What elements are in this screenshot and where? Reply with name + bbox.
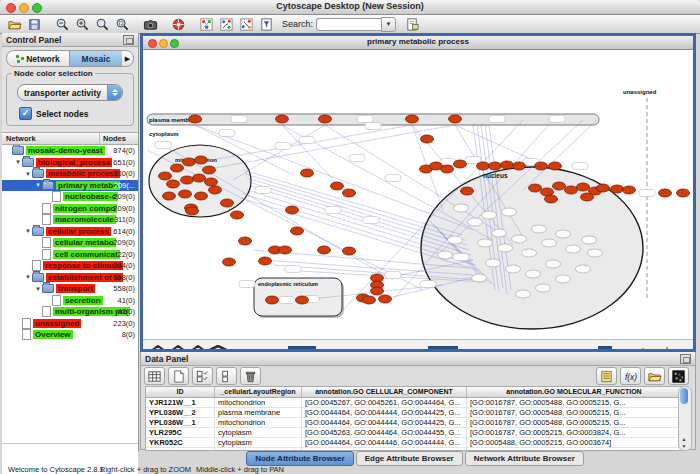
network-node[interactable]: [438, 251, 453, 259]
network-node[interactable]: [566, 245, 581, 253]
network-node[interactable]: [522, 249, 537, 257]
select-nodes-checkbox[interactable]: ✓: [19, 107, 32, 120]
zoom-out-icon[interactable]: [52, 16, 72, 32]
network-node[interactable]: [498, 244, 513, 252]
tree-item-metabolic-process[interactable]: ▼metabolic process280(0): [2, 168, 138, 180]
network-node-selected[interactable]: [363, 296, 376, 304]
network-node-selected[interactable]: [296, 296, 309, 304]
network-node-selected[interactable]: [181, 176, 194, 184]
network-node-selected[interactable]: [171, 164, 184, 172]
network-node[interactable]: [542, 239, 557, 247]
column-header-0[interactable]: ID: [146, 387, 215, 397]
vizmapper-icon[interactable]: [196, 16, 216, 32]
unselect-attributes-icon[interactable]: [216, 367, 237, 385]
network-node-selected[interactable]: [221, 199, 234, 207]
network-node-selected[interactable]: [449, 115, 462, 123]
tree-item-establishment-of-lo[interactable]: ▼establishment of lo558(0): [2, 272, 138, 284]
network-node-selected[interactable]: [159, 172, 172, 180]
network-node[interactable]: [588, 249, 603, 257]
network-node[interactable]: [502, 208, 517, 216]
network-node-selected[interactable]: [553, 182, 566, 190]
matrix-icon[interactable]: [668, 367, 689, 385]
network-node[interactable]: [546, 260, 561, 268]
network-node-selected[interactable]: [286, 206, 299, 214]
network-node-selected[interactable]: [205, 178, 218, 186]
network-node[interactable]: [512, 235, 527, 243]
notepad-icon[interactable]: [596, 367, 617, 385]
network-node-selected[interactable]: [659, 189, 672, 197]
tree-item-unassigned[interactable]: unassigned223(0): [2, 318, 138, 330]
tab-node-attribute-browser[interactable]: Node Attribute Browser: [246, 451, 354, 466]
network-node-selected[interactable]: [545, 195, 558, 203]
save-icon[interactable]: [24, 16, 44, 32]
tab-mosaic[interactable]: Mosaic: [69, 51, 122, 66]
import-table-icon[interactable]: [644, 367, 665, 385]
delete-attribute-icon[interactable]: [240, 367, 261, 385]
network-node-selected[interactable]: [183, 158, 196, 166]
network-node[interactable]: [478, 239, 493, 247]
network-node-selected[interactable]: [623, 186, 636, 194]
network-node-selected[interactable]: [186, 207, 199, 215]
tab-network[interactable]: Network: [7, 54, 69, 64]
column-header-2[interactable]: annotation.GO CELLULAR_COMPONENT: [302, 387, 467, 397]
network-node[interactable]: [448, 236, 463, 244]
network-node-selected[interactable]: [163, 192, 176, 200]
tree-item-secretion[interactable]: secretion41(0): [2, 295, 138, 307]
network-node-selected[interactable]: [167, 180, 180, 188]
network-node-selected[interactable]: [535, 162, 548, 170]
network-node-selected[interactable]: [318, 246, 331, 254]
network-node[interactable]: [492, 229, 507, 237]
search-dropdown-arrow[interactable]: ▼: [381, 17, 396, 32]
network-node-selected[interactable]: [266, 296, 279, 304]
network-node-selected[interactable]: [477, 162, 490, 170]
network-node-selected[interactable]: [301, 169, 314, 177]
network-node-selected[interactable]: [179, 190, 192, 198]
table-row[interactable]: YJR121W__1mitochondrion[GO:0045267, GO:0…: [146, 398, 682, 408]
new-attribute-icon[interactable]: [168, 367, 189, 385]
network-node-selected[interactable]: [195, 192, 208, 200]
network-node[interactable]: [536, 284, 551, 292]
network-node-selected[interactable]: [430, 162, 443, 170]
network-window-titlebar[interactable]: primary metabolic process: [143, 36, 693, 50]
network-node-selected[interactable]: [489, 162, 502, 170]
network-node[interactable]: [486, 259, 501, 267]
network-node-selected[interactable]: [529, 184, 542, 192]
scroll-up-icon[interactable]: ▲: [679, 436, 689, 442]
float-panel-icon[interactable]: [680, 354, 691, 364]
float-panel-icon[interactable]: [123, 35, 134, 45]
network-node-selected[interactable]: [239, 237, 252, 245]
column-header-3[interactable]: annotation.GO MOLECULAR_FUNCTION: [467, 387, 682, 397]
network-node-selected[interactable]: [343, 247, 356, 255]
table-row[interactable]: YPL036W__2plasma membrane[GO:0044464, GO…: [146, 408, 682, 418]
network-node-selected[interactable]: [461, 187, 474, 195]
expand-arrow-icon[interactable]: ▼: [34, 286, 42, 292]
zoom-fit-icon[interactable]: [92, 16, 112, 32]
network-node-selected[interactable]: [203, 166, 216, 174]
expand-arrow-icon[interactable]: ▼: [24, 171, 32, 177]
network-node[interactable]: [576, 265, 591, 273]
network-node-selected[interactable]: [189, 115, 202, 123]
expand-arrow-icon[interactable]: ▼: [14, 159, 22, 165]
attribute-select-icon[interactable]: [144, 367, 165, 385]
snapshot-icon[interactable]: [140, 16, 160, 32]
tree-item-overview[interactable]: Overview8(0): [2, 329, 138, 341]
column-header-1[interactable]: _cellularLayoutRegion: [215, 387, 302, 397]
network-node-selected[interactable]: [379, 295, 392, 303]
network-node-selected[interactable]: [549, 162, 562, 170]
tree-item-nucleobase-c[interactable]: nucleobase-c209(0): [2, 191, 138, 203]
network-node-selected[interactable]: [319, 115, 332, 123]
network-node-selected[interactable]: [577, 183, 590, 191]
network-node-selected[interactable]: [331, 182, 344, 190]
network-node-selected[interactable]: [406, 115, 419, 123]
help-icon[interactable]: [168, 16, 188, 32]
table-row[interactable]: YKR052Ccytoplasm[GO:0044464, GO:0044446,…: [146, 438, 682, 448]
tab-overflow-arrow[interactable]: ▶: [122, 55, 133, 63]
expand-arrow-icon[interactable]: ▼: [24, 228, 32, 234]
open-icon[interactable]: [4, 16, 24, 32]
network-node-selected[interactable]: [259, 257, 272, 265]
function-builder-icon[interactable]: f(x): [620, 367, 641, 385]
network-node-selected[interactable]: [611, 185, 624, 193]
network-node-selected[interactable]: [195, 156, 208, 164]
tree-item-cellular-metabo[interactable]: cellular metabo209(0): [2, 237, 138, 249]
network-node-selected[interactable]: [343, 189, 356, 197]
